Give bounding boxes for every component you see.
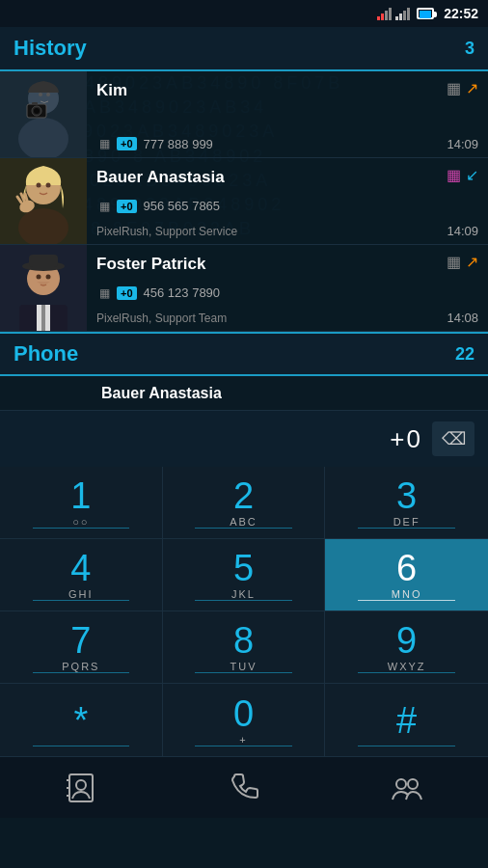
key-6-underline	[358, 600, 455, 601]
key-hash-main: #	[396, 702, 417, 739]
avatar-bauer	[0, 158, 87, 245]
key-6-main: 6	[396, 550, 417, 586]
plus-badge-bauer: +0	[117, 200, 137, 213]
key-4-underline	[33, 600, 130, 601]
svg-point-2	[18, 118, 68, 158]
signal-bar-2	[395, 7, 410, 20]
key-1-sub: ○○	[72, 516, 89, 528]
status-bar: 22:52	[0, 0, 488, 27]
key-3-main: 3	[396, 477, 417, 514]
contact-phone-row-bauer: ▦ +0 956 565 7865	[96, 199, 403, 214]
contact-item-bauer[interactable]: Bauer Anastasia ▦ +0 956 565 7865 PixelR…	[0, 158, 488, 245]
contact-meta-foster: ▦ ↗ 14:08	[411, 245, 488, 331]
backspace-icon: ⌫	[442, 428, 466, 449]
nav-groups[interactable]	[325, 757, 488, 818]
contact-phone-row-kim: ▦ +0 777 888 999	[96, 136, 403, 151]
status-time: 22:52	[444, 6, 478, 21]
sim-icon-kim: ▦	[445, 80, 462, 97]
phone-title: Phone	[14, 341, 78, 366]
key-8-sub: TUV	[230, 661, 257, 672]
key-star[interactable]: *	[0, 684, 163, 756]
phone-icon-bauer: ▦	[96, 199, 112, 214]
key-hash[interactable]: #	[325, 684, 488, 756]
svg-point-28	[76, 780, 86, 790]
key-9[interactable]: 9WXYZ	[325, 611, 488, 684]
key-0-main: 0	[233, 695, 254, 732]
phone-icon-kim: ▦	[96, 136, 112, 151]
nav-phone[interactable]	[163, 757, 326, 818]
plus-badge-foster: +0	[117, 286, 137, 300]
key-9-underline	[358, 672, 455, 673]
svg-rect-6	[32, 102, 38, 105]
key-8[interactable]: 8TUV	[163, 611, 326, 684]
key-2[interactable]: 2ABC	[163, 467, 326, 539]
contacts-icon	[64, 771, 98, 805]
contact-list: Kim ▦ +0 777 888 999 ▦ ↗ 14:09	[0, 71, 488, 332]
key-5-underline	[195, 600, 292, 601]
key-3-underline	[358, 528, 455, 529]
key-2-main: 2	[233, 477, 254, 514]
contact-time-foster: 14:08	[447, 311, 478, 325]
backspace-button[interactable]: ⌫	[432, 421, 474, 456]
key-4-main: 4	[70, 550, 91, 586]
contact-icons-foster: ▦ ↗	[445, 253, 478, 271]
key-9-sub: WXYZ	[388, 661, 426, 672]
partial-contact-name: Bauer Anastasia	[101, 385, 222, 402]
key-1-underline	[33, 528, 130, 529]
key-3[interactable]: 3DEF	[325, 467, 488, 539]
key-8-main: 8	[233, 622, 254, 659]
dial-number: +0	[14, 424, 422, 454]
call-direction-icon-kim: ↗	[466, 79, 478, 97]
call-direction-icon-foster: ↗	[466, 253, 478, 271]
partial-contact: Bauer Anastasia	[0, 376, 488, 411]
svg-point-32	[396, 779, 406, 789]
key-8-underline	[195, 672, 292, 673]
key-1[interactable]: 1○○	[0, 467, 163, 539]
contact-item-kim[interactable]: Kim ▦ +0 777 888 999 ▦ ↗ 14:09	[0, 71, 488, 158]
key-7-underline	[33, 672, 130, 673]
key-star-underline	[33, 746, 130, 746]
key-5-sub: JKL	[231, 588, 256, 600]
nav-contacts[interactable]	[0, 757, 163, 818]
key-4[interactable]: 4GHI	[0, 539, 163, 611]
key-7[interactable]: 7PQRS	[0, 611, 163, 684]
contact-info-foster: Foster Patrick ▦ +0 456 123 7890 PixelRu…	[87, 245, 411, 331]
numpad-grid: 1○○2ABC3DEF4GHI5JKL6MNO7PQRS8TUV9WXYZ*0+…	[0, 467, 488, 756]
contact-name-bauer: Bauer Anastasia	[96, 168, 403, 187]
svg-rect-21	[29, 255, 58, 267]
key-2-sub: ABC	[230, 516, 258, 528]
contact-time-bauer: 14:09	[447, 224, 478, 238]
svg-point-23	[46, 275, 51, 280]
key-0[interactable]: 0+	[163, 684, 326, 756]
signal-icons	[377, 7, 434, 20]
contact-icons-kim: ▦ ↗	[445, 79, 478, 97]
key-6[interactable]: 6MNO	[325, 539, 488, 611]
key-0-sub: +	[239, 734, 247, 746]
phone-icon-foster: ▦	[96, 285, 112, 301]
history-header: History 3	[0, 27, 488, 71]
phone-nav-icon	[227, 771, 261, 805]
call-direction-icon-bauer: ↙	[466, 166, 478, 184]
phone-number-foster: 456 123 7890	[144, 285, 221, 300]
sim-icon-foster: ▦	[445, 254, 462, 271]
key-1-main: 1	[70, 477, 91, 514]
avatar-foster	[0, 245, 87, 332]
key-6-sub: MNO	[392, 588, 422, 600]
key-5[interactable]: 5JKL	[163, 539, 326, 611]
svg-point-13	[46, 183, 51, 188]
contact-meta-bauer: ▦ ↙ 14:09	[411, 158, 488, 244]
contact-company-foster: PixelRush, Support Team	[96, 312, 403, 325]
avatar-kim	[0, 71, 87, 158]
signal-bar-1	[377, 7, 392, 20]
history-title: History	[14, 36, 87, 61]
svg-point-5	[34, 108, 40, 114]
contact-phone-row-foster: ▦ +0 456 123 7890	[96, 285, 403, 301]
contact-info-bauer: Bauer Anastasia ▦ +0 956 565 7865 PixelR…	[87, 158, 411, 244]
contact-name-kim: Kim	[96, 81, 403, 100]
key-2-underline	[195, 528, 292, 529]
svg-point-22	[37, 275, 41, 280]
contact-meta-kim: ▦ ↗ 14:09	[411, 71, 488, 157]
history-count: 3	[465, 39, 474, 59]
contact-info-kim: Kim ▦ +0 777 888 999	[87, 71, 411, 157]
contact-item-foster[interactable]: Foster Patrick ▦ +0 456 123 7890 PixelRu…	[0, 245, 488, 332]
